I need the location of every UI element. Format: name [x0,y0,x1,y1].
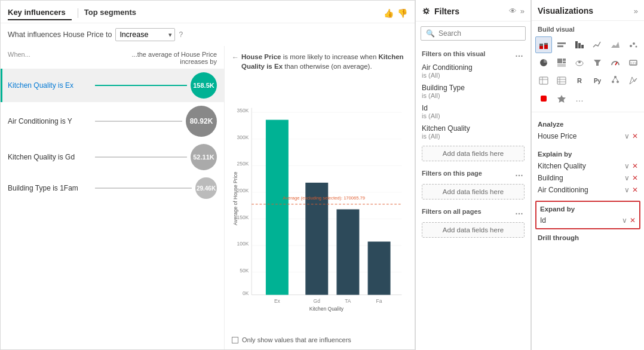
search-box[interactable]: 🔍 [421,26,526,41]
viz-icon-map2[interactable] [625,72,642,89]
influencer-label: Air Conditioning is Y [8,117,91,125]
viz-icon-treemap[interactable] [553,54,570,71]
question-label: What influences House Price to [8,30,112,39]
more-options-icon[interactable]: … [515,207,525,216]
viz-icon-area[interactable] [607,36,624,53]
bar-ta[interactable] [336,210,359,295]
divider [532,112,644,112]
filters-on-all-pages-title: Filters on all pages … [416,203,530,219]
header-icons: 👍 👎 [384,8,407,18]
field-icons: ∨ ✕ [624,174,638,182]
viz-icon-bar[interactable] [553,36,570,53]
svg-rect-25 [539,46,543,49]
viz-icon-stacked-bar2[interactable] [571,36,588,53]
field-name: Building [538,174,624,182]
filter-item-id[interactable]: Id is (All) [416,102,530,122]
svg-rect-41 [557,64,566,67]
viz-icon-r[interactable]: R [571,72,588,89]
chevron-down-icon[interactable]: ∨ [622,216,627,225]
bar-fa[interactable] [368,242,391,295]
add-data-visual[interactable]: Add data fields here [422,146,525,161]
viz-title: Visualizations [538,6,593,16]
search-input[interactable] [438,29,520,38]
viz-icon-pie[interactable] [535,54,552,71]
svg-text:Gd: Gd [314,298,321,304]
bar-ex[interactable] [266,120,289,295]
viz-icon-gauge[interactable] [607,54,624,71]
explain-field-kitchen: Kitchen Quality ∨ ✕ [532,160,644,172]
filter-funnel-icon: ⛭ [422,6,431,16]
viz-header: Visualizations » [532,0,644,21]
influencer-row[interactable]: Air Conditioning is Y 80.92K [1,102,224,140]
help-icon[interactable]: ? [179,30,183,39]
add-data-page[interactable]: Add data fields here [422,184,525,199]
tab-key-influencers[interactable]: Key influencers [8,5,72,20]
viz-icon-map[interactable] [571,54,588,71]
footer-checkbox[interactable] [232,337,238,343]
chevron-down-icon[interactable]: ∨ [624,162,630,170]
influence-select-wrapper[interactable]: Increase Decrease [115,28,175,41]
close-icon[interactable]: ✕ [630,216,636,225]
more-options-icon[interactable]: … [515,168,525,178]
influencer-bar-container: Kitchen Quality is Gd [8,153,191,161]
column-headers: When... ...the average of House Price in… [1,50,224,69]
expand-icon[interactable]: » [520,7,525,16]
add-data-all-pages[interactable]: Add data fields here [422,222,525,238]
close-icon[interactable]: ✕ [632,186,638,194]
viz-icon-shape[interactable] [535,90,552,107]
viz-icon-matrix[interactable] [553,72,570,89]
viz-icon-card[interactable]: 123 [625,54,642,71]
viz-icon-more[interactable]: … [571,90,588,107]
explain-by-title: Explain by [532,148,644,160]
chevron-down-icon[interactable]: ∨ [624,174,630,182]
eye-icon[interactable]: 👁 [509,7,517,16]
chevron-down-icon[interactable]: ∨ [624,132,630,140]
chart-svg-container: 350K 300K 250K 200K 150K 100K 50K 0K [232,76,407,333]
viz-icon-decomp[interactable] [607,72,624,89]
tab-top-segments[interactable]: Top segments [84,5,142,20]
influencer-row[interactable]: Building Type is 1Fam 29.46K [1,174,224,202]
bar-line [95,156,187,158]
viz-icon-stacked-bar[interactable] [535,36,552,53]
viz-icon-funnel[interactable] [589,54,606,71]
viz-icon-star[interactable] [553,90,570,107]
svg-point-57 [614,76,617,78]
influencer-row[interactable]: Kitchen Quality is Gd 52.11K [1,140,224,174]
influencer-row[interactable]: Kitchen Quality is Ex 158.5K [1,69,224,102]
filter-item-air-conditioning[interactable]: Air Conditioning is (All) [416,61,530,81]
filter-sub: is (All) [422,92,525,99]
svg-point-58 [612,81,614,83]
svg-text:Average (excluding selected): : Average (excluding selected): 170065.79 [283,196,365,201]
filter-sub: is (All) [422,72,525,79]
svg-text:50K: 50K [240,268,249,274]
question-row: What influences House Price to Increase … [1,23,415,46]
svg-line-45 [615,62,617,65]
svg-text:TA: TA [345,298,351,304]
thumb-up-icon[interactable]: 👍 [384,8,394,18]
viz-expand-icon[interactable]: » [634,7,638,16]
close-icon[interactable]: ✕ [632,132,638,140]
svg-rect-61 [541,96,547,102]
influence-select[interactable]: Increase Decrease [115,28,175,41]
back-arrow-icon[interactable]: ← [232,53,239,63]
viz-icon-scatter[interactable] [625,36,642,53]
close-icon[interactable]: ✕ [632,174,638,182]
chevron-down-icon[interactable]: ∨ [624,186,630,194]
more-options-icon[interactable]: … [515,49,525,59]
analyze-field-row: House Price ∨ ✕ [532,130,644,142]
filter-item-kitchen-quality[interactable]: Kitchen Quality is (All) [416,122,530,142]
svg-marker-60 [630,77,637,84]
thumb-down-icon[interactable]: 👎 [397,8,407,18]
bar-line [95,188,192,189]
close-icon[interactable]: ✕ [632,162,638,170]
viz-icon-table[interactable] [535,72,552,89]
viz-icon-line[interactable] [589,36,606,53]
bubble-value: 158.5K [191,72,217,99]
explain-field-ac: Air Conditioning ∨ ✕ [532,184,644,196]
viz-icon-py[interactable]: Py [589,72,606,89]
filter-item-building-type[interactable]: Building Type is (All) [416,81,530,102]
col-header-when: When... [8,51,109,65]
expand-by-field-row: Id ∨ ✕ [540,215,636,226]
influencer-label: Kitchen Quality is Gd [8,153,91,161]
influencer-bar-container: Building Type is 1Fam [8,184,195,192]
